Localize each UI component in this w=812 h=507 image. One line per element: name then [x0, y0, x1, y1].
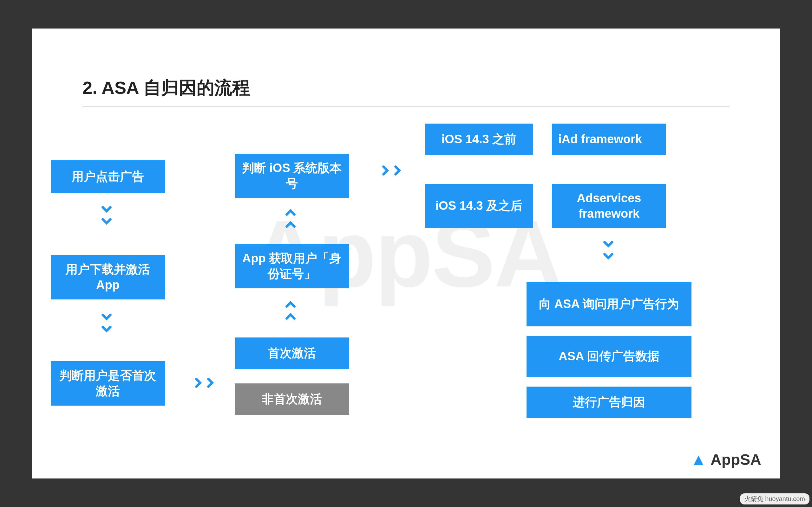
- box-perform-attribution: 进行广告归因: [526, 387, 692, 418]
- arrow-down-icon: [101, 205, 112, 228]
- arrow-right-icon: [380, 165, 404, 176]
- source-badge: 火箭兔 huoyantu.com: [740, 493, 809, 504]
- box-check-first-activation: 判断用户是否首次激活: [51, 361, 165, 406]
- box-ios-after-14-3: iOS 14.3 及之后: [425, 184, 533, 228]
- box-asa-return-data: ASA 回传广告数据: [526, 336, 692, 377]
- arrow-down-icon: [101, 312, 112, 336]
- arrow-up-icon: [285, 298, 296, 321]
- logo-mark-icon: ▲: [691, 450, 707, 469]
- box-ios-before-14-3: iOS 14.3 之前: [425, 124, 533, 155]
- box-check-ios-version: 判断 iOS 系统版本号: [235, 154, 349, 198]
- box-adservices-framework: Adservices framework: [552, 184, 666, 228]
- arrow-right-icon: [194, 377, 217, 389]
- box-iad-framework: iAd framework: [552, 124, 666, 155]
- arrow-up-icon: [285, 206, 296, 229]
- slide: AppSA 2. ASA 自归因的流程 用户点击广告 用户下载并激活 App 判…: [32, 29, 780, 478]
- box-not-first-activation: 非首次激活: [235, 383, 349, 415]
- box-user-click-ad: 用户点击广告: [51, 160, 165, 193]
- box-app-get-user-id: App 获取用户「身份证号」: [235, 244, 349, 288]
- logo: ▲ AppSA: [691, 450, 761, 469]
- box-user-download-activate: 用户下载并激活 App: [51, 255, 165, 299]
- title-underline: [83, 106, 729, 107]
- box-first-activation: 首次激活: [235, 337, 349, 369]
- arrow-down-icon: [603, 239, 614, 263]
- page-title: 2. ASA 自归因的流程: [83, 76, 250, 100]
- box-query-asa: 向 ASA 询问用户广告行为: [526, 282, 692, 326]
- logo-text: AppSA: [711, 451, 761, 468]
